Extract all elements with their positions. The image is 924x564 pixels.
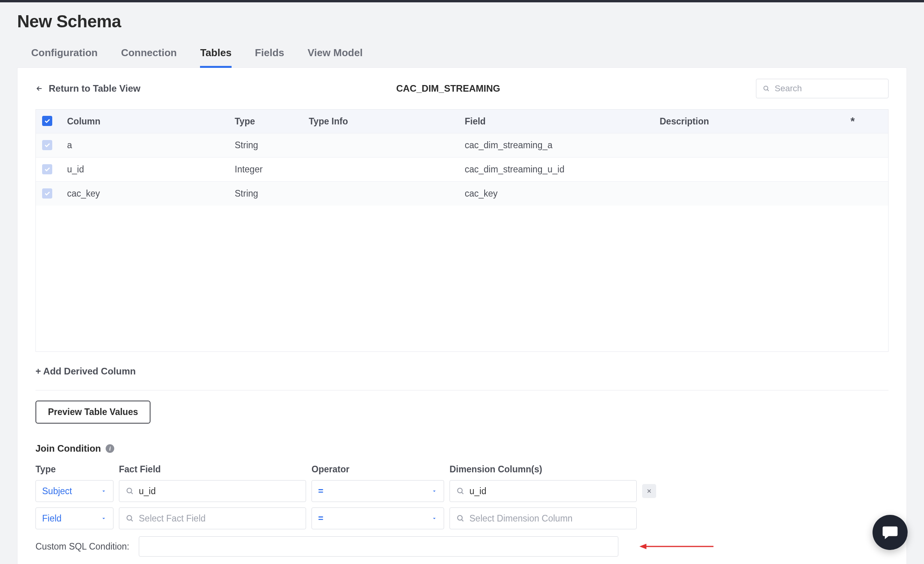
cell-field: cac_key [465,188,660,199]
preview-table-values-button[interactable]: Preview Table Values [35,401,150,424]
fact-field-text[interactable] [139,513,299,524]
join-type-select[interactable]: Subject [35,480,113,502]
info-icon[interactable]: i [106,444,114,453]
join-header-operator: Operator [312,464,444,475]
return-label: Return to Table View [49,83,140,94]
col-header-type[interactable]: Type [235,116,309,127]
columns-table-body: aStringcac_dim_streaming_au_idIntegercac… [36,133,888,351]
col-header-typeinfo[interactable]: Type Info [309,116,465,127]
cell-type: String [235,140,309,151]
join-header-type: Type [35,464,113,475]
column-search-input[interactable] [775,83,882,94]
join-condition-headers: Type Fact Field Operator Dimension Colum… [35,464,889,475]
svg-point-2 [458,488,462,493]
cell-field: cac_dim_streaming_u_id [465,164,660,175]
custom-sql-label: Custom SQL Condition: [35,541,129,552]
page-container: New Schema ConfigurationConnectionTables… [0,2,924,564]
dimension-column-input[interactable] [450,507,637,529]
fact-field-input[interactable] [119,507,306,529]
join-row: Field= [35,507,889,529]
svg-point-1 [127,488,132,493]
row-checkbox[interactable] [42,164,52,174]
divider [35,390,889,390]
dimension-column-text[interactable] [469,513,630,524]
table-row[interactable]: cac_keyStringcac_key [36,181,888,206]
custom-sql-row: Custom SQL Condition: [35,536,889,557]
main-card: Return to Table View CAC_DIM_STREAMING C… [17,67,907,564]
page-title: New Schema [17,12,907,31]
col-header-flag: * [839,115,866,128]
cell-type: Integer [235,164,309,175]
svg-point-3 [127,516,132,520]
chat-fab[interactable] [873,515,908,550]
column-search-box[interactable] [756,79,889,98]
dimension-column-input[interactable] [450,480,637,502]
dimension-column-text[interactable] [469,486,630,497]
select-all-checkbox[interactable] [42,116,52,126]
remove-join-row-button[interactable] [642,484,656,498]
annotation-arrow [639,543,713,550]
cell-type: String [235,188,309,199]
current-table-name: CAC_DIM_STREAMING [140,83,756,94]
tab-connection[interactable]: Connection [121,43,177,68]
tab-fields[interactable]: Fields [255,43,284,68]
custom-sql-input[interactable] [139,536,618,557]
col-header-column[interactable]: Column [67,116,235,127]
table-row[interactable]: aStringcac_dim_streaming_a [36,133,888,157]
return-to-table-view-link[interactable]: Return to Table View [35,83,140,94]
row-checkbox[interactable] [42,140,52,150]
fact-field-text[interactable] [139,486,299,497]
join-header-factfield: Fact Field [119,464,306,475]
tab-bar: ConfigurationConnectionTablesFieldsView … [17,43,907,68]
tab-view-model[interactable]: View Model [308,43,363,68]
join-type-select[interactable]: Field [35,507,113,529]
cell-field: cac_dim_streaming_a [465,140,660,151]
chat-icon [881,523,899,541]
table-header-row: Return to Table View CAC_DIM_STREAMING [35,79,889,98]
operator-select[interactable]: = [312,507,444,529]
cell-column: cac_key [67,188,235,199]
cell-column: a [67,140,235,151]
svg-marker-6 [639,544,646,549]
join-condition-label: Join Condition i [35,443,889,454]
columns-table-head: Column Type Type Info Field Description … [36,110,888,133]
columns-table: Column Type Type Info Field Description … [35,109,889,352]
table-row[interactable]: u_idIntegercac_dim_streaming_u_id [36,157,888,181]
fact-field-input[interactable] [119,480,306,502]
add-derived-column-button[interactable]: + Add Derived Column [35,366,889,377]
tab-tables[interactable]: Tables [200,43,231,68]
tab-configuration[interactable]: Configuration [31,43,97,68]
col-header-description[interactable]: Description [660,116,839,127]
arrow-left-icon [35,85,43,92]
svg-point-0 [764,86,768,90]
search-icon [763,84,770,93]
join-header-dimension: Dimension Column(s) [450,464,637,475]
join-condition-title: Join Condition [35,443,101,454]
cell-column: u_id [67,164,235,175]
operator-select[interactable]: = [312,480,444,502]
row-checkbox[interactable] [42,188,52,199]
col-header-field[interactable]: Field [465,116,660,127]
svg-point-4 [458,516,462,520]
join-condition-rows: Subject=Field= [35,480,889,529]
join-row: Subject= [35,480,889,502]
